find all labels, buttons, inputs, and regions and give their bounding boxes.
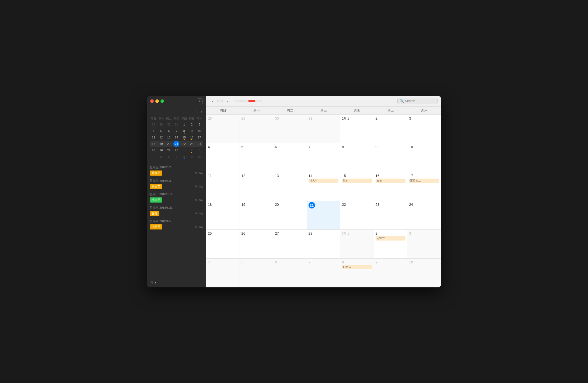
mini-day-cell[interactable]: 15 [181,134,187,140]
minimize-button[interactable] [155,99,159,103]
mini-day-cell[interactable]: 30 [166,121,172,127]
mini-day-cell[interactable]: 4 [150,154,156,160]
mini-day-cell[interactable]: 19 [158,141,164,147]
today-button[interactable] [217,100,223,102]
mini-day-cell[interactable]: 21 [173,141,179,147]
mini-day-cell[interactable]: 6 [166,154,172,160]
mini-day-cell[interactable]: 2 [189,121,195,127]
mini-day-cell[interactable]: 27 [166,147,172,153]
cal-cell[interactable]: 31 [307,115,341,143]
cal-cell[interactable]: 2元宵节 [374,230,408,258]
mini-day-cell[interactable]: 9 [189,128,195,134]
cal-cell[interactable]: 5 [240,143,274,172]
cell-event[interactable]: 情人节 [309,179,339,183]
mini-day-cell[interactable]: 16 [189,134,195,140]
cal-cell[interactable]: 28 [206,115,240,143]
cell-event[interactable]: 元宵节 [376,236,406,241]
cell-event[interactable]: 正月初二 [409,179,439,183]
year-view-button[interactable] [255,100,262,102]
cal-cell[interactable]: 3 [407,115,441,143]
cell-event[interactable]: 除夕 [342,179,372,183]
prev-month-button[interactable]: ‹ [209,98,216,104]
cal-cell[interactable]: 28 [307,230,341,258]
month-view-button[interactable] [248,100,255,102]
mini-day-cell[interactable]: 31 [173,121,179,127]
cal-cell[interactable]: 10 [407,143,441,172]
mini-day-cell[interactable]: 8 [181,154,187,160]
mini-day-cell[interactable]: 18 [150,141,156,147]
event-item[interactable]: 春分all-day [150,211,203,216]
cal-cell[interactable]: 15除夕 [340,172,374,201]
cal-cell[interactable]: 13 [273,172,307,201]
cal-cell[interactable]: 25 [206,230,240,258]
mini-day-cell[interactable]: 6 [166,128,172,134]
cal-cell[interactable]: 2 [374,115,408,143]
day-view-button[interactable] [235,100,242,102]
mini-day-cell[interactable]: 2 [189,147,195,153]
mini-day-cell[interactable]: 3 [197,121,202,127]
cal-cell[interactable]: 8妇女节 [340,259,374,287]
mini-day-cell[interactable]: 25 [150,147,156,153]
cal-cell[interactable]: 9 [374,143,408,172]
cal-cell[interactable]: 4 [206,259,240,287]
mini-day-cell[interactable]: 1 [181,147,187,153]
all-calendars-label[interactable]: ▾ [155,281,156,284]
mini-day-cell[interactable]: 26 [158,147,164,153]
search-box[interactable]: 🔍 [397,98,438,104]
mini-prev-button[interactable]: ‹ [195,109,199,114]
mini-day-cell[interactable]: 7 [173,154,179,160]
cal-cell[interactable]: 27 [273,230,307,258]
event-item[interactable]: 植树节all-day [150,197,203,203]
mini-next-button[interactable]: › [200,109,203,114]
cal-cell[interactable]: 9 [374,259,408,287]
mini-day-cell[interactable]: 12 [158,134,164,140]
cal-cell[interactable]: 20 [273,201,307,229]
mini-day-cell[interactable]: 13 [166,134,172,140]
cal-cell[interactable]: 22 [340,201,374,229]
mini-day-cell[interactable]: 7 [173,128,179,134]
mini-day-cell[interactable]: 29 [158,121,164,127]
cal-cell[interactable]: 6 [273,259,307,287]
mini-day-cell[interactable]: 3 [197,147,202,153]
maximize-button[interactable] [160,99,164,103]
cell-event[interactable]: 妇女节 [342,265,372,269]
mini-day-cell[interactable]: 20 [166,141,172,147]
search-input[interactable] [405,99,435,103]
mini-day-cell[interactable]: 10 [197,154,202,160]
cal-cell[interactable]: 5 [240,259,274,287]
cal-cell[interactable]: 8 [340,143,374,172]
mini-day-cell[interactable]: 5 [158,154,164,160]
mini-day-cell[interactable]: 28 [173,147,179,153]
cal-cell[interactable]: 12 [240,172,274,201]
mini-day-cell[interactable]: 10 [197,128,202,134]
week-view-button[interactable] [242,100,248,102]
cell-event[interactable]: 春节 [376,179,406,183]
mini-day-cell[interactable]: 8 [181,128,187,134]
mini-day-cell[interactable]: 5 [158,128,164,134]
cal-cell[interactable]: 4 [206,143,240,172]
cal-cell[interactable]: 7 [307,143,341,172]
mini-day-cell[interactable]: 4 [150,128,156,134]
cal-cell[interactable]: 3 [407,230,441,258]
mini-day-cell[interactable]: 1 [181,121,187,127]
cal-cell[interactable]: 26 [240,230,274,258]
close-button[interactable] [150,99,154,103]
mini-day-cell[interactable]: 14 [173,134,179,140]
event-item[interactable]: 元宵节all-day [150,170,203,176]
cal-cell[interactable]: 29 [240,115,274,143]
mini-day-cell[interactable]: 23 [189,141,195,147]
cal-cell[interactable]: 21 [307,201,341,229]
cal-cell[interactable]: 24 [407,201,441,229]
cal-cell[interactable]: 6 [273,143,307,172]
mini-day-cell[interactable]: 9 [189,154,195,160]
cal-cell[interactable]: 2月 1 [340,115,374,143]
cal-cell[interactable]: 7 [307,259,341,287]
mini-day-cell[interactable]: 28 [150,121,156,127]
add-event-button[interactable]: + [197,98,203,104]
next-month-button[interactable]: › [224,98,230,104]
event-item[interactable]: 清明节all-day [150,224,203,229]
cal-cell[interactable]: 18 [206,201,240,229]
cal-cell[interactable]: 16春节 [374,172,408,201]
mini-day-cell[interactable]: 22 [181,141,187,147]
cal-cell[interactable]: 14情人节 [307,172,341,201]
